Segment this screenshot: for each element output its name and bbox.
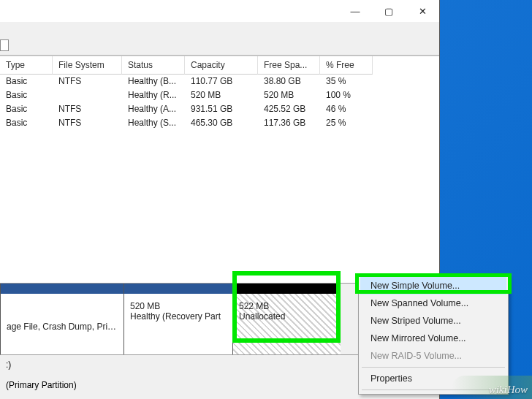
col-filesystem[interactable]: File System	[53, 56, 122, 75]
cell-fs: NTFS	[53, 102, 122, 116]
col-pctfree[interactable]: % Free	[320, 56, 373, 75]
volume-list: Type File System Status Capacity Free Sp…	[0, 56, 439, 283]
table-row[interactable]: Basic NTFS Healthy (B... 110.77 GB 38.80…	[0, 75, 439, 88]
volume-status: Unallocated	[239, 311, 335, 322]
cell-pct: 100 %	[320, 88, 373, 102]
volume-header-strip	[1, 284, 123, 294]
col-type[interactable]: Type	[0, 56, 53, 75]
volume-block-unallocated[interactable]: 522 MB Unallocated	[232, 284, 341, 354]
volume-size: 522 MB	[239, 301, 335, 311]
maximize-button[interactable]: ▢	[372, 0, 406, 22]
cell-type: Basic	[0, 88, 53, 102]
cell-cap: 931.51 GB	[185, 102, 258, 116]
menu-new-mirrored-volume[interactable]: New Mirrored Volume...	[360, 330, 506, 347]
toolbar-fragment	[0, 39, 9, 51]
col-freespace[interactable]: Free Spa...	[258, 56, 320, 75]
cell-cap: 110.77 GB	[185, 75, 258, 88]
cell-status: Healthy (B...	[122, 75, 185, 88]
volume-block-primary[interactable]: age File, Crash Dump, Primar	[0, 284, 123, 354]
list-body: Basic NTFS Healthy (B... 110.77 GB 38.80…	[0, 75, 439, 283]
volume-status: age File, Crash Dump, Primar	[7, 322, 118, 332]
cell-pct: 35 %	[320, 75, 373, 88]
cell-cap: 465.30 GB	[185, 116, 258, 130]
table-row[interactable]: Basic NTFS Healthy (A... 931.51 GB 425.5…	[0, 102, 439, 116]
list-header: Type File System Status Capacity Free Sp…	[0, 56, 439, 75]
toolbar	[0, 22, 439, 56]
titlebar: — ▢ ✕	[0, 0, 439, 22]
volume-header-strip	[124, 284, 232, 294]
menu-new-striped-volume[interactable]: New Striped Volume...	[360, 312, 506, 330]
cell-status: Healthy (S...	[122, 116, 185, 130]
table-row[interactable]: Basic NTFS Healthy (S... 465.30 GB 117.3…	[0, 116, 439, 130]
volume-header-strip	[233, 284, 341, 294]
menu-separator	[362, 390, 505, 390]
col-status[interactable]: Status	[122, 56, 185, 75]
col-capacity[interactable]: Capacity	[185, 56, 258, 75]
menu-new-spanned-volume[interactable]: New Spanned Volume...	[360, 294, 506, 312]
cell-free: 520 MB	[258, 88, 320, 102]
cell-type: Basic	[0, 102, 53, 116]
cell-fs: NTFS	[53, 116, 122, 130]
menu-properties[interactable]: Properties	[360, 370, 506, 387]
cell-fs	[53, 88, 122, 102]
cell-free: 117.36 GB	[258, 116, 320, 130]
cell-free: 38.80 GB	[258, 75, 320, 88]
cell-free: 425.52 GB	[258, 102, 320, 116]
volume-status: Healthy (Recovery Part	[130, 311, 227, 322]
context-menu: New Simple Volume... New Spanned Volume.…	[358, 275, 509, 395]
minimize-button[interactable]: —	[338, 0, 372, 22]
volume-block-recovery[interactable]: 520 MB Healthy (Recovery Part	[123, 284, 232, 354]
menu-separator	[362, 367, 505, 368]
cell-fs: NTFS	[53, 75, 122, 88]
menu-new-simple-volume[interactable]: New Simple Volume...	[360, 277, 506, 294]
menu-new-raid5-volume: New RAID-5 Volume...	[360, 347, 506, 365]
cell-pct: 25 %	[320, 116, 373, 130]
table-row[interactable]: Basic Healthy (R... 520 MB 520 MB 100 %	[0, 88, 439, 102]
cell-type: Basic	[0, 116, 53, 130]
cell-status: Healthy (A...	[122, 102, 185, 116]
volume-size: 520 MB	[130, 301, 227, 311]
cell-cap: 520 MB	[185, 88, 258, 102]
close-button[interactable]: ✕	[406, 0, 439, 22]
cell-pct: 46 %	[320, 102, 373, 116]
cell-type: Basic	[0, 75, 53, 88]
cell-status: Healthy (R...	[122, 88, 185, 102]
